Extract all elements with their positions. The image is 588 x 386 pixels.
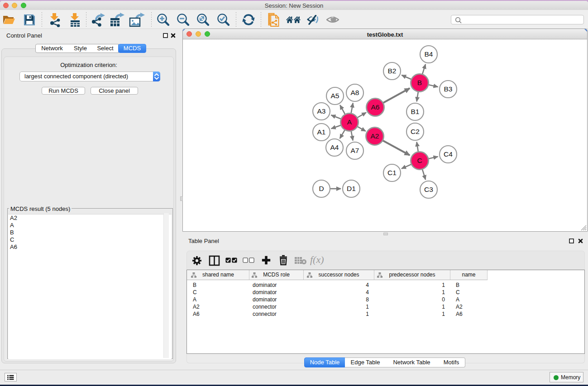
svg-text:A4: A4 <box>330 143 339 151</box>
svg-text:B2: B2 <box>388 67 397 75</box>
svg-text:C2: C2 <box>411 128 420 135</box>
svg-text:A5: A5 <box>331 92 339 100</box>
svg-text:B4: B4 <box>425 50 433 58</box>
svg-text:A3: A3 <box>317 107 326 115</box>
svg-text:A7: A7 <box>351 147 359 154</box>
svg-text:C1: C1 <box>387 169 397 176</box>
svg-text:C3: C3 <box>424 186 433 193</box>
svg-text:C: C <box>417 157 422 164</box>
svg-text:B3: B3 <box>444 85 453 93</box>
svg-text:C4: C4 <box>444 150 453 158</box>
svg-text:B1: B1 <box>411 108 420 115</box>
svg-text:A6: A6 <box>371 103 380 111</box>
svg-text:D: D <box>319 185 324 192</box>
svg-text:A2: A2 <box>371 132 379 140</box>
svg-text:B: B <box>417 79 422 86</box>
svg-text:D1: D1 <box>347 185 356 192</box>
svg-text:A: A <box>347 118 352 126</box>
svg-text:A1: A1 <box>317 128 326 136</box>
svg-text:A8: A8 <box>351 89 359 96</box>
